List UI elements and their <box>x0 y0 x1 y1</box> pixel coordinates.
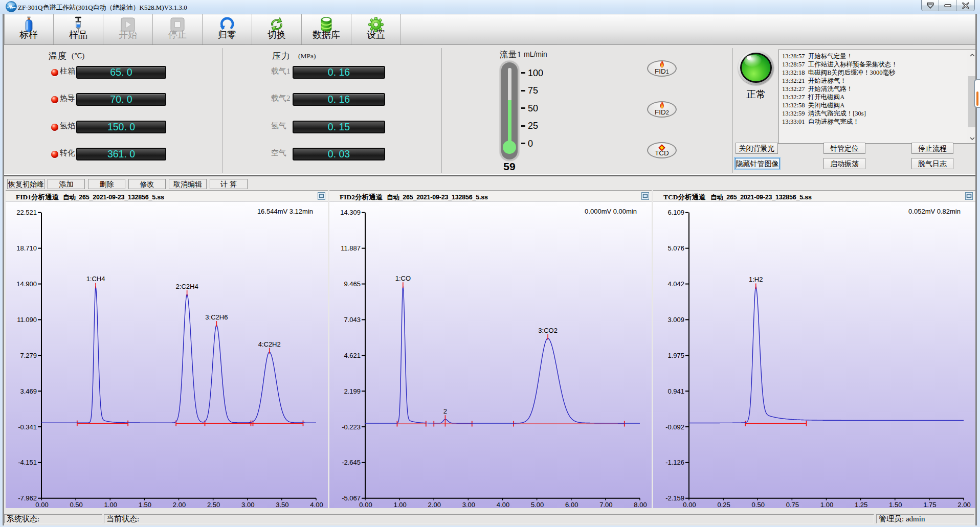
modify-peak-button[interactable]: 修改 <box>128 179 166 189</box>
svg-text:5.076: 5.076 <box>667 244 684 252</box>
titlebar: ZF-301Q色谱工作站(301Q自动（绝缘油）K528.M)V3.1.3.0 <box>0 0 980 14</box>
flow-gauge-tick-label: 100 <box>528 68 543 79</box>
app-window: ZF-301Q色谱工作站(301Q自动（绝缘油）K528.M)V3.1.3.0 <box>0 0 980 527</box>
degas-log-button[interactable]: 脱气日志 <box>911 158 953 169</box>
toolbar-button-sample[interactable]: 样品 <box>54 14 103 44</box>
svg-text:0.941: 0.941 <box>667 387 684 395</box>
app-logo-icon <box>6 1 17 12</box>
charts-area: FID1分析通道 自动_265_2021-09-23_132856_5.ss 2… <box>4 190 975 513</box>
svg-text:-5.067: -5.067 <box>342 494 361 502</box>
chart-header-fid2: FID2分析通道 自动_265_2021-09-23_132856_5.ss <box>329 190 652 201</box>
svg-text:1:CH4: 1:CH4 <box>86 275 105 283</box>
flow-value: 59 <box>493 161 526 173</box>
toolbar-button-database[interactable]: 数据库 <box>302 14 351 44</box>
chart-filename: 自动_265_2021-09-23_132856_5.ss <box>710 193 812 202</box>
peak-edit-toolbar: 恢复初始峰 添加 删除 修改 取消编辑 计 算 <box>4 176 975 190</box>
svg-text:18.710: 18.710 <box>16 244 37 252</box>
detector-label-text: FID <box>655 108 666 116</box>
svg-text:9.465: 9.465 <box>344 280 361 288</box>
svg-text:-1.126: -1.126 <box>665 459 684 466</box>
svg-text:0.00: 0.00 <box>359 501 372 508</box>
detector-fid2-button[interactable]: FID2 <box>647 101 677 118</box>
temperature-row-label: 氢焰 <box>60 121 75 131</box>
svg-text:7.00: 7.00 <box>599 501 612 508</box>
temperature-led <box>51 124 58 131</box>
pressure-unit: (MPa) <box>298 52 316 60</box>
event-log[interactable]: 13:28:57 开始标气定量！ 13:28:57 工作站进入标样预备采集状态！… <box>778 50 977 144</box>
svg-text:4.00: 4.00 <box>310 501 323 508</box>
minimize-button[interactable] <box>939 0 956 11</box>
svg-text:4:C2H2: 4:C2H2 <box>258 340 281 348</box>
chromatogram-fid2[interactable]: 14.30911.8879.4657.0434.6212.199-0.223-2… <box>329 201 652 508</box>
detector-tcd-button[interactable]: TCD <box>647 142 677 158</box>
svg-text:1.975: 1.975 <box>667 352 684 359</box>
status-led-label: 正常 <box>738 88 774 101</box>
toolbar-button-stop[interactable]: 停止 <box>153 14 203 44</box>
svg-text:1.50: 1.50 <box>889 501 902 508</box>
toolbar-button-settings[interactable]: 设置 <box>351 14 401 44</box>
toolbar-button-label: 设置 <box>351 29 400 41</box>
maximize-chart-icon[interactable] <box>641 192 649 200</box>
svg-text:3.50: 3.50 <box>276 501 288 508</box>
edge-slider-handle[interactable] <box>974 79 980 108</box>
svg-text:0.50: 0.50 <box>70 501 82 508</box>
flame-icon <box>659 101 665 109</box>
maximize-chart-icon[interactable] <box>965 192 973 200</box>
flow-gauge-tick <box>521 125 525 127</box>
chart-title: FID2分析通道 <box>340 193 383 202</box>
svg-text:-2.159: -2.159 <box>665 494 684 502</box>
svg-text:-4.151: -4.151 <box>18 459 37 466</box>
cancel-edit-button[interactable]: 取消编辑 <box>169 179 207 189</box>
window-left-border <box>0 14 4 525</box>
temperature-value-display: 361. 0 <box>76 148 166 161</box>
svg-text:2.00: 2.00 <box>957 501 970 508</box>
temperature-led <box>51 96 58 103</box>
chromatogram-tcd[interactable]: 6.1095.0764.0423.0091.9750.941-0.092-1.1… <box>653 201 975 508</box>
chart-panel-tcd: TCD分析通道 自动_265_2021-09-23_132856_5.ss 6.… <box>653 190 975 509</box>
rollup-button[interactable] <box>922 0 939 11</box>
svg-text:6.109: 6.109 <box>667 209 684 216</box>
needle-position-button[interactable]: 针管定位 <box>823 143 865 154</box>
close-backlight-button[interactable]: 关闭背景光 <box>736 143 778 154</box>
flow-gauge-tick <box>521 72 525 74</box>
stop-process-button[interactable]: 停止流程 <box>911 143 953 154</box>
calculate-button[interactable]: 计 算 <box>210 179 248 189</box>
flow-gauge-tick-label: 75 <box>528 85 538 96</box>
detector-label-text: TCD <box>655 149 669 157</box>
svg-text:2.00: 2.00 <box>173 501 186 508</box>
detector-fid2-label: FID2 <box>648 108 676 116</box>
panel-divider <box>441 48 442 173</box>
hide-needle-image-button[interactable]: 隐藏针管图像 <box>735 158 779 169</box>
svg-text:3:C2H6: 3:C2H6 <box>205 313 228 321</box>
start-oscillation-button[interactable]: 启动振荡 <box>823 158 865 169</box>
pressure-value-display: 0. 03 <box>293 148 385 161</box>
panel-divider <box>732 48 733 173</box>
svg-text:0.50: 0.50 <box>752 501 765 508</box>
toolbar-button-label: 标样 <box>4 29 53 41</box>
svg-text:6.00: 6.00 <box>565 501 578 508</box>
close-button[interactable] <box>956 0 974 11</box>
svg-text:0.00: 0.00 <box>683 501 696 508</box>
event-log-lines: 13:28:57 开始标气定量！ 13:28:57 工作站进入标样预备采集状态！… <box>782 52 967 126</box>
detector-fid1-button[interactable]: FID1 <box>647 60 677 77</box>
toolbar-button-switch[interactable]: 切换 <box>252 14 302 44</box>
edge-slider-thumb[interactable] <box>976 91 978 106</box>
toolbar-button-zero[interactable]: 归零 <box>203 14 252 44</box>
chart-title: FID1分析通道 <box>16 193 59 202</box>
svg-text:0.052mV 0.82min: 0.052mV 0.82min <box>908 208 961 215</box>
pressure-value-display: 0. 16 <box>293 93 385 106</box>
svg-text:0.000mV 0.00min: 0.000mV 0.00min <box>585 208 637 215</box>
toolbar-button-label: 数据库 <box>302 29 351 41</box>
add-peak-button[interactable]: 添加 <box>48 179 85 189</box>
maximize-chart-icon[interactable] <box>318 192 325 200</box>
svg-text:4.621: 4.621 <box>344 352 361 359</box>
scroll-up-icon <box>970 54 975 56</box>
toolbar-button-start[interactable]: 开始 <box>103 14 153 44</box>
chromatogram-fid1[interactable]: 22.52118.71014.90011.0907.2793.469-0.341… <box>6 201 328 508</box>
window-title: ZF-301Q色谱工作站(301Q自动（绝缘油）K528.M)V3.1.3.0 <box>18 3 187 12</box>
toolbar-button-standard-sample[interactable]: 标样 <box>4 14 54 44</box>
delete-peak-button[interactable]: 删除 <box>88 179 125 189</box>
svg-text:1.50: 1.50 <box>139 501 151 508</box>
flow-gauge-tick-label: 0 <box>528 139 533 149</box>
restore-initial-peaks-button[interactable]: 恢复初始峰 <box>7 179 45 189</box>
